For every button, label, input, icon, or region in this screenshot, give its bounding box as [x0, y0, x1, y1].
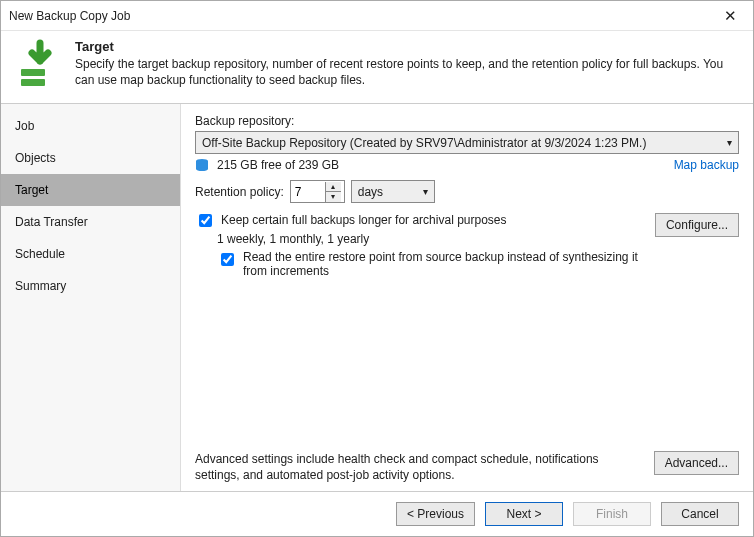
wizard-header: Target Specify the target backup reposit… — [1, 31, 753, 104]
storage-free-text: 215 GB free of 239 GB — [217, 158, 339, 172]
read-entire-checkbox[interactable] — [221, 253, 234, 266]
svg-rect-1 — [21, 79, 45, 86]
next-button[interactable]: Next > — [485, 502, 563, 526]
titlebar: New Backup Copy Job ✕ — [1, 1, 753, 31]
map-backup-link[interactable]: Map backup — [674, 158, 739, 172]
gfs-check-label: Keep certain full backups longer for arc… — [221, 213, 507, 227]
page-title: Target — [75, 39, 739, 54]
page-description: Specify the target backup repository, nu… — [75, 56, 739, 88]
step-schedule[interactable]: Schedule — [1, 238, 180, 270]
retention-unit-dropdown[interactable]: days ▾ — [351, 180, 435, 203]
repo-value: Off-Site Backup Repository (Created by S… — [202, 136, 646, 150]
retention-unit-value: days — [358, 185, 383, 199]
step-objects[interactable]: Objects — [1, 142, 180, 174]
gfs-summary: 1 weekly, 1 monthly, 1 yearly — [217, 232, 655, 246]
previous-button[interactable]: < Previous — [396, 502, 475, 526]
retention-value-input[interactable] — [291, 185, 325, 199]
retention-value-spinner[interactable]: ▴ ▾ — [290, 180, 345, 203]
wizard-steps: Job Objects Target Data Transfer Schedul… — [1, 104, 181, 491]
step-job[interactable]: Job — [1, 110, 180, 142]
chevron-down-icon: ▾ — [727, 137, 732, 148]
svg-point-6 — [196, 167, 208, 171]
target-icon — [15, 39, 65, 89]
step-content: Backup repository: Off-Site Backup Repos… — [181, 104, 753, 491]
disk-icon — [195, 158, 209, 172]
read-entire-label: Read the entire restore point from sourc… — [243, 250, 655, 278]
wizard-window: New Backup Copy Job ✕ Target Specify the… — [0, 0, 754, 537]
step-target[interactable]: Target — [1, 174, 180, 206]
svg-rect-0 — [21, 69, 45, 76]
finish-button: Finish — [573, 502, 651, 526]
step-summary[interactable]: Summary — [1, 270, 180, 302]
wizard-body: Job Objects Target Data Transfer Schedul… — [1, 104, 753, 491]
configure-button[interactable]: Configure... — [655, 213, 739, 237]
spinner-down-icon[interactable]: ▾ — [326, 192, 341, 202]
close-icon[interactable]: ✕ — [715, 7, 745, 25]
chevron-down-icon: ▾ — [423, 186, 428, 197]
header-text: Target Specify the target backup reposit… — [75, 39, 739, 89]
spinner-up-icon[interactable]: ▴ — [326, 182, 341, 192]
advanced-description: Advanced settings include health check a… — [195, 451, 644, 483]
retention-label: Retention policy: — [195, 185, 284, 199]
advanced-button[interactable]: Advanced... — [654, 451, 739, 475]
window-title: New Backup Copy Job — [9, 9, 715, 23]
cancel-button[interactable]: Cancel — [661, 502, 739, 526]
wizard-footer: < Previous Next > Finish Cancel — [1, 491, 753, 536]
repo-dropdown[interactable]: Off-Site Backup Repository (Created by S… — [195, 131, 739, 154]
gfs-checkbox[interactable] — [199, 214, 212, 227]
step-data-transfer[interactable]: Data Transfer — [1, 206, 180, 238]
repo-label: Backup repository: — [195, 114, 739, 128]
